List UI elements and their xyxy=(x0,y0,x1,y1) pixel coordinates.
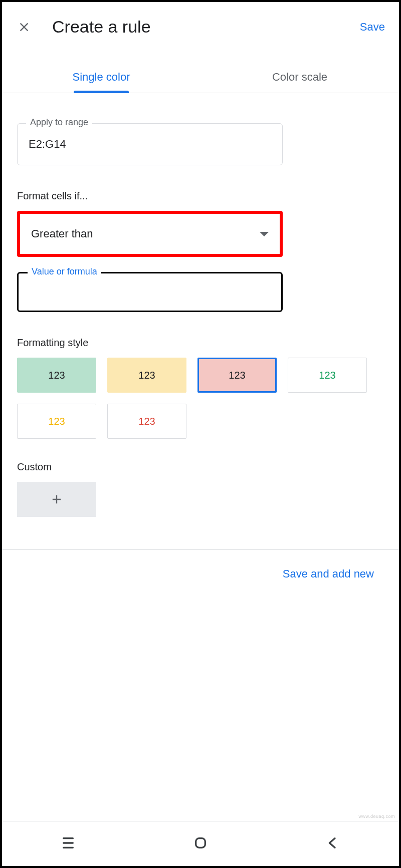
custom-section: Custom xyxy=(17,461,384,517)
style-swatch-green-fill[interactable]: 123 xyxy=(17,358,96,393)
style-swatch-yellow-text[interactable]: 123 xyxy=(17,404,96,439)
custom-add-button[interactable] xyxy=(17,482,96,517)
header: Create a rule Save xyxy=(2,2,399,52)
style-label: Formatting style xyxy=(17,337,384,349)
tab-color-scale[interactable]: Color scale xyxy=(200,62,399,93)
page-title: Create a rule xyxy=(52,17,360,37)
nav-recents-icon[interactable] xyxy=(60,835,76,853)
style-swatch-green-text[interactable]: 123 xyxy=(288,358,367,393)
tab-single-color[interactable]: Single color xyxy=(2,62,200,93)
content: Apply to range E2:G14 Format cells if...… xyxy=(2,93,399,532)
style-grid: 123 123 123 123 123 123 xyxy=(17,358,384,439)
range-field-wrapper: Apply to range E2:G14 xyxy=(17,123,384,165)
condition-value: Greater than xyxy=(31,227,93,240)
save-and-add-new-button[interactable]: Save and add new xyxy=(2,550,399,598)
save-button[interactable]: Save xyxy=(360,21,385,34)
nav-back-icon[interactable] xyxy=(325,835,341,853)
tabs: Single color Color scale xyxy=(2,62,399,93)
condition-label: Format cells if... xyxy=(17,190,384,202)
range-label: Apply to range xyxy=(26,117,92,128)
close-icon[interactable] xyxy=(16,19,32,35)
svg-rect-0 xyxy=(196,838,206,847)
style-swatch-pink-fill-selected[interactable]: 123 xyxy=(197,358,277,393)
chevron-down-icon xyxy=(260,232,269,236)
formula-label: Value or formula xyxy=(28,266,101,277)
system-nav-bar xyxy=(2,821,399,866)
style-swatch-red-text[interactable]: 123 xyxy=(107,404,186,439)
style-swatch-yellow-fill[interactable]: 123 xyxy=(107,358,186,393)
plus-icon xyxy=(50,492,64,506)
range-input[interactable]: E2:G14 xyxy=(17,123,283,165)
formula-input[interactable]: Value or formula xyxy=(17,272,283,312)
nav-home-icon[interactable] xyxy=(192,835,209,853)
custom-label: Custom xyxy=(17,461,384,473)
condition-dropdown[interactable]: Greater than xyxy=(17,211,283,257)
watermark: www.deuaq.com xyxy=(358,814,395,819)
